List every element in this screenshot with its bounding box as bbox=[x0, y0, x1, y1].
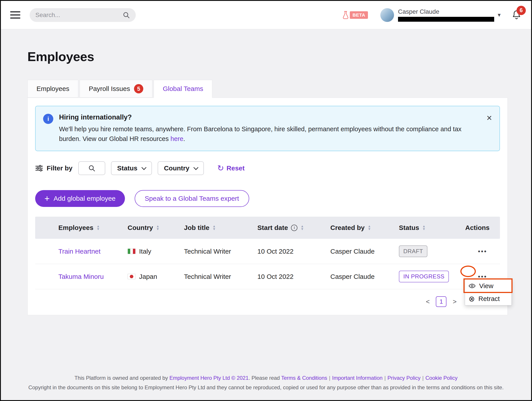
job-title-cell: Technical Writer bbox=[184, 248, 257, 255]
menu-item-retract[interactable]: ⊗ Retract bbox=[465, 292, 511, 305]
status-filter-dropdown[interactable]: Status bbox=[111, 161, 152, 175]
pagination-prev-button[interactable]: < bbox=[426, 298, 430, 305]
footer-line-2: Copyright in the documents on this site … bbox=[7, 383, 525, 392]
country-filter-label: Country bbox=[164, 164, 189, 172]
terms-and-conditions-link[interactable]: Terms & Conditions bbox=[281, 375, 327, 381]
header-country[interactable]: Country ▲▼ bbox=[127, 224, 184, 232]
header-status[interactable]: Status ▲▼ bbox=[399, 224, 465, 232]
employment-hero-link[interactable]: Employment Hero Pty Ltd © 2021 bbox=[169, 375, 248, 381]
start-date-cell: 10 Oct 2022 bbox=[257, 248, 330, 255]
payroll-issues-count-badge: 5 bbox=[134, 84, 143, 93]
employee-name-link[interactable]: Takuma Minoru bbox=[58, 273, 127, 280]
filter-by-label: Filter by bbox=[35, 164, 73, 172]
filter-search-button[interactable] bbox=[78, 161, 105, 175]
notifications-button[interactable]: 6 bbox=[511, 9, 522, 21]
main-content: Employees Employees Payroll Issues 5 Glo… bbox=[27, 49, 508, 315]
header-job-title[interactable]: Job title ▲▼ bbox=[184, 224, 257, 232]
chevron-down-icon[interactable]: ▾ bbox=[498, 12, 500, 18]
speak-to-expert-button[interactable]: Speak to a Global Teams expert bbox=[135, 190, 249, 207]
avatar[interactable] bbox=[380, 8, 394, 22]
close-icon[interactable]: × bbox=[487, 114, 492, 122]
sort-icon: ▲▼ bbox=[156, 225, 159, 230]
filter-row: Filter by Status Country ↻ Reset bbox=[35, 161, 500, 175]
header-status-label: Status bbox=[399, 224, 419, 232]
menu-item-view[interactable]: View bbox=[465, 279, 511, 292]
italy-flag-icon bbox=[127, 249, 136, 254]
reset-label: Reset bbox=[227, 164, 245, 172]
separator: | bbox=[384, 375, 386, 381]
banner-body: We'll help you hire remote teams, anywhe… bbox=[59, 124, 475, 144]
country-name: Italy bbox=[139, 248, 151, 255]
table-header-row: Employees ▲▼ Country ▲▼ Job title ▲▼ Sta… bbox=[35, 217, 500, 239]
beta-flag: BETA bbox=[342, 11, 368, 19]
pagination: < 1 > bbox=[35, 296, 500, 307]
header-job-title-label: Job title bbox=[184, 224, 209, 232]
header-country-label: Country bbox=[127, 224, 153, 232]
cookie-policy-link[interactable]: Cookie Policy bbox=[425, 375, 457, 381]
header-employees[interactable]: Employees ▲▼ bbox=[58, 224, 127, 232]
menu-item-view-label: View bbox=[479, 282, 493, 290]
retract-icon: ⊗ bbox=[469, 295, 475, 303]
user-name: Casper Claude bbox=[398, 8, 494, 15]
job-title-cell: Technical Writer bbox=[184, 273, 257, 280]
search-icon bbox=[88, 164, 95, 172]
redacted-email bbox=[398, 17, 494, 22]
status-badge: IN PROGRESS bbox=[399, 271, 449, 282]
global-employees-table: Employees ▲▼ Country ▲▼ Job title ▲▼ Sta… bbox=[35, 217, 500, 289]
start-date-cell: 10 Oct 2022 bbox=[257, 273, 330, 280]
country-cell: Japan bbox=[127, 273, 184, 280]
banner-body-text: We'll help you hire remote teams, anywhe… bbox=[59, 125, 462, 142]
tab-global-teams-label: Global Teams bbox=[163, 85, 203, 92]
info-icon: i bbox=[291, 225, 298, 231]
plus-icon: + bbox=[44, 194, 50, 203]
country-filter-dropdown[interactable]: Country bbox=[158, 161, 204, 175]
global-hr-resources-link[interactable]: here bbox=[171, 135, 183, 142]
table-row: Takuma Minoru Japan Technical Writer 10 … bbox=[35, 264, 500, 289]
sort-icon: ▲▼ bbox=[300, 225, 304, 230]
tab-employees[interactable]: Employees bbox=[27, 80, 78, 97]
employee-name-link[interactable]: Train Heartnet bbox=[58, 248, 127, 255]
tab-payroll-issues[interactable]: Payroll Issues 5 bbox=[80, 80, 152, 97]
tab-payroll-issues-label: Payroll Issues bbox=[89, 85, 130, 92]
japan-flag-icon bbox=[127, 274, 136, 279]
menu-item-retract-label: Retract bbox=[479, 295, 500, 303]
banner-text: Hiring internationally? We'll help you h… bbox=[59, 113, 481, 144]
reset-filters-button[interactable]: ↻ Reset bbox=[217, 163, 245, 173]
privacy-policy-link[interactable]: Privacy Policy bbox=[387, 375, 420, 381]
header-actions: Actions bbox=[465, 224, 500, 232]
search-placeholder: Search... bbox=[35, 12, 120, 19]
separator: | bbox=[422, 375, 424, 381]
user-info: Casper Claude bbox=[398, 8, 494, 22]
header-actions-label: Actions bbox=[465, 224, 489, 232]
tab-global-teams[interactable]: Global Teams bbox=[154, 80, 212, 98]
add-global-employee-button[interactable]: + Add global employee bbox=[35, 190, 125, 207]
banner-title: Hiring internationally? bbox=[59, 113, 481, 121]
pagination-page-1[interactable]: 1 bbox=[436, 296, 446, 307]
row-actions-button[interactable]: ••• bbox=[465, 248, 500, 255]
country-name: Japan bbox=[139, 273, 157, 280]
header-created-by[interactable]: Created by ▲▼ bbox=[330, 224, 399, 232]
created-by-cell: Casper Claude bbox=[330, 273, 399, 280]
page: Search... BETA Casper Claude ▾ 6 Employe… bbox=[0, 0, 532, 401]
pagination-next-button[interactable]: > bbox=[453, 298, 456, 305]
hamburger-menu-icon[interactable] bbox=[10, 11, 20, 19]
footer-line-1: This Platform is owned and operated by E… bbox=[7, 373, 525, 383]
refresh-icon: ↻ bbox=[217, 163, 224, 173]
important-information-link[interactable]: Important Information bbox=[332, 375, 383, 381]
info-banner: i Hiring internationally? We'll help you… bbox=[35, 106, 500, 151]
separator: | bbox=[329, 375, 330, 381]
page-title: Employees bbox=[27, 49, 508, 64]
status-filter-label: Status bbox=[117, 164, 138, 172]
header-start-date[interactable]: Start date i ▲▼ bbox=[257, 224, 330, 232]
search-icon bbox=[122, 11, 130, 19]
banner-body-period: . bbox=[183, 135, 185, 142]
global-teams-panel: i Hiring internationally? We'll help you… bbox=[27, 97, 508, 315]
header-employees-label: Employees bbox=[58, 224, 93, 232]
search-input[interactable]: Search... bbox=[30, 8, 136, 22]
tab-bar: Employees Payroll Issues 5 Global Teams bbox=[27, 80, 508, 97]
header-created-by-label: Created by bbox=[330, 224, 365, 232]
add-global-employee-label: Add global employee bbox=[53, 195, 115, 202]
filter-by-text: Filter by bbox=[47, 164, 73, 172]
tab-employees-label: Employees bbox=[37, 85, 69, 92]
created-by-cell: Casper Claude bbox=[330, 248, 399, 255]
